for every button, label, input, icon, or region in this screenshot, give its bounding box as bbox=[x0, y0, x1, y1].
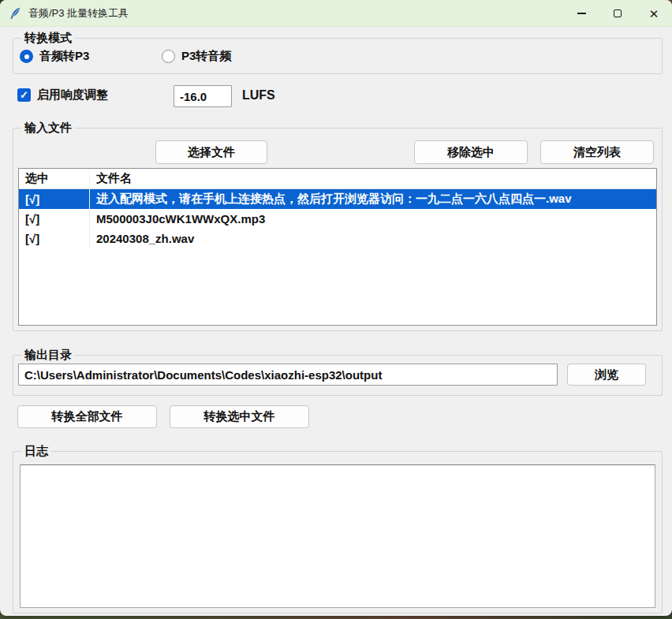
close-icon: ✕ bbox=[649, 8, 659, 20]
select-files-button[interactable]: 选择文件 bbox=[155, 140, 267, 164]
radio-p3-to-audio[interactable]: P3转音频 bbox=[162, 49, 231, 64]
minimize-icon bbox=[577, 13, 586, 13]
conversion-mode-group: 转换模式 音频转P3 P3转音频 bbox=[13, 38, 663, 74]
remove-selected-button[interactable]: 移除选中 bbox=[414, 140, 528, 164]
log-group: 日志 bbox=[13, 451, 663, 613]
file-row-check: [√] bbox=[19, 189, 90, 209]
window-title: 音频/P3 批量转换工具 bbox=[28, 6, 129, 21]
titlebar: 音频/P3 批量转换工具 ✕ bbox=[0, 0, 672, 27]
loudness-checkbox-label: 启用响度调整 bbox=[37, 88, 108, 103]
file-row-name: M500003J0cWK1WWxQX.mp3 bbox=[90, 209, 656, 229]
input-files-group-label: 输入文件 bbox=[21, 121, 75, 135]
log-group-label: 日志 bbox=[21, 444, 51, 458]
checkbox-checked-icon: ✓ bbox=[17, 88, 31, 102]
app-window: 音频/P3 批量转换工具 ✕ 转换模式 音频转P3 P3转音频 ✓ 启用响度调整… bbox=[0, 0, 672, 616]
file-list-header: 选中 文件名 bbox=[19, 169, 656, 189]
radio-p3-to-audio-label: P3转音频 bbox=[181, 49, 231, 64]
convert-selected-button[interactable]: 转换选中文件 bbox=[170, 405, 309, 428]
output-dir-group-label: 输出目录 bbox=[21, 348, 75, 362]
radio-audio-to-p3-label: 音频转P3 bbox=[39, 49, 89, 64]
loudness-checkbox[interactable]: ✓ 启用响度调整 bbox=[17, 88, 108, 103]
minimize-button[interactable] bbox=[563, 0, 599, 27]
file-row-name: 20240308_zh.wav bbox=[90, 229, 656, 248]
input-files-group: 输入文件 选择文件 移除选中 清空列表 选中 文件名 [√] 进入配网模式，请在… bbox=[13, 128, 663, 331]
output-dir-group: 输出目录 C:\Users\Administrator\Documents\Co… bbox=[13, 355, 663, 396]
column-header-checked[interactable]: 选中 bbox=[19, 169, 90, 188]
file-row[interactable]: [√] 20240308_zh.wav bbox=[19, 229, 656, 248]
lufs-unit-label: LUFS bbox=[242, 88, 275, 103]
file-list[interactable]: 选中 文件名 [√] 进入配网模式，请在手机上连接热点，然后打开浏览器访问：一九… bbox=[18, 168, 657, 326]
browse-button[interactable]: 浏览 bbox=[567, 364, 646, 386]
log-textarea[interactable] bbox=[20, 464, 655, 608]
close-button[interactable]: ✕ bbox=[636, 0, 672, 27]
python-feather-icon bbox=[8, 6, 22, 21]
maximize-icon bbox=[614, 9, 622, 17]
radio-audio-to-p3[interactable]: 音频转P3 bbox=[20, 49, 89, 64]
radio-selected-icon bbox=[20, 50, 33, 63]
file-row-check: [√] bbox=[19, 209, 90, 229]
radio-unselected-icon bbox=[162, 50, 175, 63]
conversion-mode-group-label: 转换模式 bbox=[21, 31, 75, 45]
file-row-check: [√] bbox=[19, 229, 90, 248]
file-row[interactable]: [√] M500003J0cWK1WWxQX.mp3 bbox=[19, 209, 656, 229]
output-dir-input[interactable]: C:\Users\Administrator\Documents\Codes\x… bbox=[18, 364, 558, 386]
convert-all-button[interactable]: 转换全部文件 bbox=[17, 405, 157, 428]
column-header-filename[interactable]: 文件名 bbox=[90, 169, 656, 188]
maximize-button[interactable] bbox=[599, 0, 636, 27]
lufs-value-input[interactable]: -16.0 bbox=[174, 85, 232, 107]
clear-list-button[interactable]: 清空列表 bbox=[540, 140, 654, 164]
file-row-name: 进入配网模式，请在手机上连接热点，然后打开浏览器访问：一九二点一六八点四点一.w… bbox=[90, 189, 656, 209]
file-row-selected[interactable]: [√] 进入配网模式，请在手机上连接热点，然后打开浏览器访问：一九二点一六八点四… bbox=[19, 189, 656, 209]
